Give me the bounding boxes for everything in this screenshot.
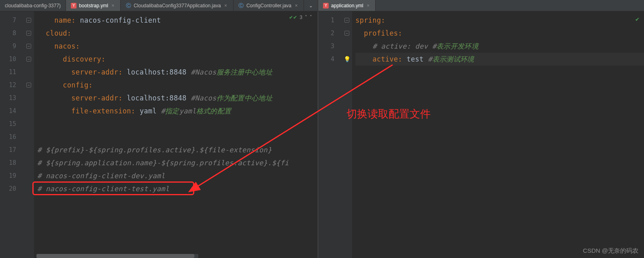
code-area[interactable]: spring: profiles: # active: dev #表示开发环境 …	[352, 11, 644, 258]
gutter-extra: −−−−−	[23, 11, 34, 258]
yml-icon: Y	[71, 3, 77, 9]
tab-label: CloudalibabaConfig3377Application.java	[134, 3, 221, 9]
tab-project[interactable]: cloudalibaba-config-3377)	[0, 0, 66, 11]
tab-label: application.yml	[331, 3, 363, 9]
warning-count: 3	[300, 15, 302, 20]
close-icon[interactable]: ×	[223, 3, 228, 8]
close-icon[interactable]: ×	[111, 3, 115, 8]
java-icon: Ⓒ	[125, 3, 131, 9]
tab-label: bootstrap.yml	[79, 3, 108, 9]
gutter: 1234	[318, 11, 342, 258]
tab-bar: cloudalibaba-config-3377) Y bootstrap.ym…	[0, 0, 644, 11]
gutter-extra: −−💡	[342, 11, 352, 258]
scrollbar-thumb[interactable]	[36, 254, 194, 258]
yml-icon: Y	[323, 3, 329, 9]
editor-split: 7891011121314151617181920 −−−−− name: na…	[0, 11, 644, 258]
chevron-up-icon[interactable]: ˄	[305, 15, 307, 20]
watermark: CSDN @无奈的码农	[583, 247, 638, 255]
tab-application-java[interactable]: Ⓒ CloudalibabaConfig3377Application.java…	[121, 0, 234, 11]
editor-left: 7891011121314151617181920 −−−−− name: na…	[0, 11, 318, 258]
tab-bootstrap-yml[interactable]: Y bootstrap.yml ×	[66, 0, 121, 11]
chevron-down-icon: ⌄	[309, 3, 313, 9]
inspection-widget[interactable]: ✔✔ 3 ˄ ˅	[289, 15, 312, 20]
java-icon: Ⓒ	[238, 3, 244, 9]
editor-right: 1234 −−💡 spring: profiles: # active: dev…	[318, 11, 644, 258]
horizontal-scrollbar[interactable]	[36, 254, 198, 258]
gutter: 7891011121314151617181920	[0, 11, 23, 258]
check-icon: ✔✔	[289, 15, 297, 20]
tab-label: cloudalibaba-config-3377)	[5, 3, 61, 9]
tab-controller-java[interactable]: Ⓒ ConfigController.java ×	[234, 0, 304, 11]
check-icon: ✔	[635, 15, 639, 23]
code-area[interactable]: name: nacos-config-client cloud: nacos: …	[34, 11, 318, 258]
tab-list-dropdown[interactable]: ⌄	[304, 0, 318, 11]
tab-label: ConfigController.java	[247, 3, 291, 9]
close-icon[interactable]: ×	[366, 3, 370, 8]
chevron-down-icon[interactable]: ˅	[310, 15, 312, 20]
tab-application-yml[interactable]: Y application.yml ×	[318, 0, 376, 11]
close-icon[interactable]: ×	[294, 3, 299, 8]
